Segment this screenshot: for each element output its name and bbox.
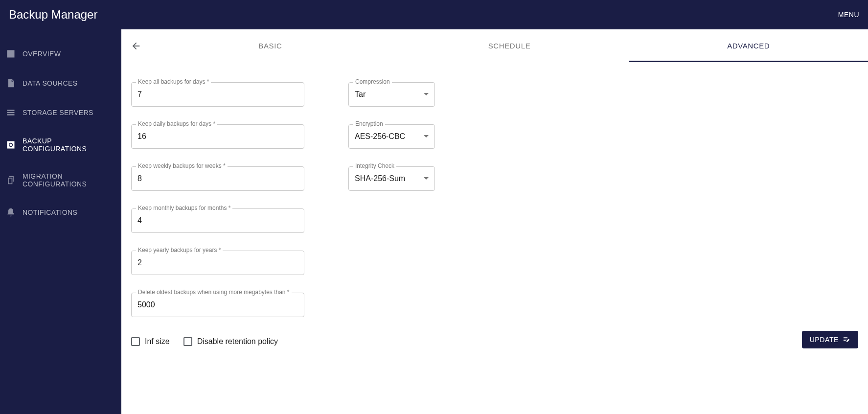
checkbox-box-icon [183, 337, 192, 346]
form-column-left: Keep all backups for days * Keep daily b… [131, 82, 304, 317]
tabs-row: BASIC SCHEDULE ADVANCED [121, 29, 868, 63]
select-value: SHA-256-Sum [355, 174, 405, 183]
select-value: Tar [355, 90, 365, 99]
field-keep-weekly-weeks: Keep weekly backups for weeks * [131, 166, 304, 191]
menu-button[interactable]: MENU [838, 11, 859, 19]
field-label: Encryption [353, 120, 385, 127]
field-keep-yearly-years: Keep yearly backups for years * [131, 251, 304, 275]
sidebar-item-label: OVERVIEW [23, 50, 61, 58]
field-label: Keep daily backups for days * [136, 120, 217, 127]
sidebar-item-label: DATA SOURCES [23, 79, 77, 87]
topbar: Backup Manager MENU [0, 0, 868, 29]
sidebar-item-label: STORAGE SERVERS [23, 109, 93, 116]
tab-basic[interactable]: BASIC [151, 29, 390, 62]
arrow-left-icon [131, 41, 141, 51]
chart-bar-icon [6, 49, 16, 59]
tabs: BASIC SCHEDULE ADVANCED [151, 29, 868, 62]
encryption-select[interactable]: AES-256-CBC [348, 124, 435, 149]
checks-row: Inf size Disable retention policy [131, 337, 278, 346]
sidebar-item-migration-configurations[interactable]: MIGRATION CONFIGURATIONS [0, 162, 121, 198]
field-keep-all-days: Keep all backups for days * [131, 82, 304, 107]
field-label: Keep monthly backups for months * [136, 205, 232, 211]
checkbox-box-icon [131, 337, 140, 346]
field-label: Integrity Check [353, 162, 396, 169]
sidebar-item-storage-servers[interactable]: STORAGE SERVERS [0, 98, 121, 127]
field-compression: Compression Tar [348, 82, 435, 107]
delete-oldest-mb-input[interactable] [131, 293, 304, 317]
field-integrity-check: Integrity Check SHA-256-Sum [348, 166, 435, 191]
sidebar-item-backup-configurations[interactable]: BACKUP CONFIGURATIONS [0, 127, 121, 162]
button-label: UPDATE [810, 336, 839, 344]
inf-size-checkbox[interactable]: Inf size [131, 337, 170, 346]
field-label: Compression [353, 78, 392, 85]
chevron-down-icon [424, 176, 429, 181]
integrity-check-select[interactable]: SHA-256-Sum [348, 166, 435, 191]
field-delete-oldest-mb: Delete oldest backups when using more me… [131, 293, 304, 317]
update-button[interactable]: UPDATE [802, 331, 858, 348]
back-button[interactable] [121, 41, 151, 51]
content: BASIC SCHEDULE ADVANCED Keep all backups… [121, 29, 868, 414]
keep-all-days-input[interactable] [131, 82, 304, 107]
footer-row: Inf size Disable retention policy UPDATE [121, 331, 868, 348]
tab-schedule[interactable]: SCHEDULE [390, 29, 629, 62]
keep-monthly-months-input[interactable] [131, 208, 304, 233]
list-icon [6, 108, 16, 117]
field-label: Keep yearly backups for years * [136, 247, 223, 253]
sidebar-item-label: NOTIFICATIONS [23, 208, 77, 216]
form-column-right: Compression Tar Encryption AES-256-CBC I… [348, 82, 435, 317]
field-label: Keep all backups for days * [136, 78, 211, 85]
app-title: Backup Manager [9, 8, 97, 22]
sidebar-item-label: MIGRATION CONFIGURATIONS [23, 172, 115, 188]
file-icon [6, 78, 16, 88]
field-encryption: Encryption AES-256-CBC [348, 124, 435, 149]
chevron-down-icon [424, 134, 429, 139]
sidebar-item-notifications[interactable]: NOTIFICATIONS [0, 198, 121, 227]
keep-yearly-years-input[interactable] [131, 251, 304, 275]
bell-icon [6, 207, 16, 217]
sidebar-item-overview[interactable]: OVERVIEW [0, 39, 121, 69]
select-value: AES-256-CBC [355, 132, 405, 141]
sidebar: OVERVIEW DATA SOURCES STORAGE SERVERS BA… [0, 29, 121, 414]
field-label: Delete oldest backups when using more me… [136, 289, 292, 296]
sidebar-item-data-sources[interactable]: DATA SOURCES [0, 69, 121, 98]
keep-daily-days-input[interactable] [131, 124, 304, 149]
edit-note-icon [843, 336, 850, 344]
sidebar-item-label: BACKUP CONFIGURATIONS [23, 137, 115, 153]
field-keep-monthly-months: Keep monthly backups for months * [131, 208, 304, 233]
copy-icon [6, 175, 16, 185]
disable-retention-checkbox[interactable]: Disable retention policy [183, 337, 278, 346]
field-keep-daily-days: Keep daily backups for days * [131, 124, 304, 149]
field-label: Keep weekly backups for weeks * [136, 162, 228, 169]
tab-advanced[interactable]: ADVANCED [629, 29, 868, 62]
compression-select[interactable]: Tar [348, 82, 435, 107]
gear-box-icon [6, 140, 16, 150]
form-area: Keep all backups for days * Keep daily b… [121, 63, 868, 327]
chevron-down-icon [424, 92, 429, 97]
checkbox-label: Disable retention policy [197, 337, 278, 346]
keep-weekly-weeks-input[interactable] [131, 166, 304, 191]
checkbox-label: Inf size [145, 337, 170, 346]
